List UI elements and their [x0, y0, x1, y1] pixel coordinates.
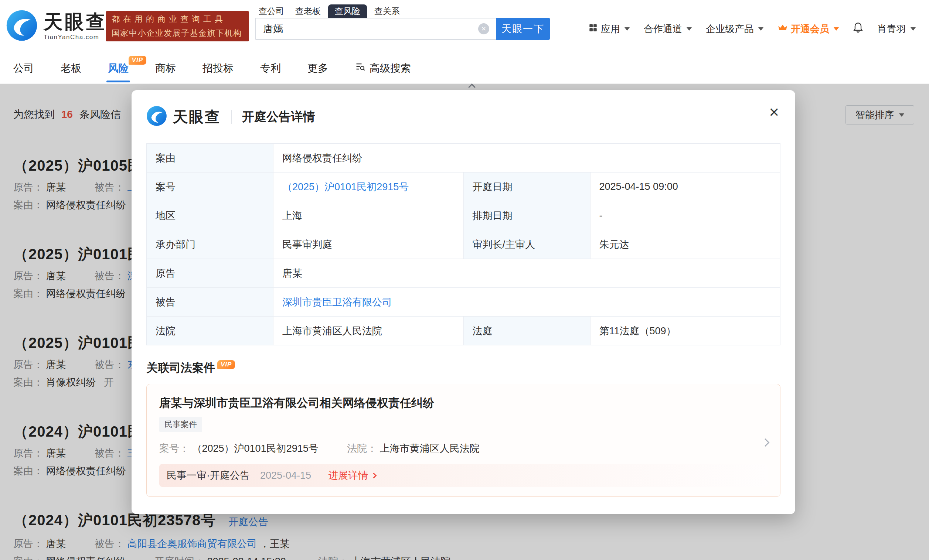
court-value: 上海市黄浦区人民法院: [380, 443, 480, 454]
menu-user[interactable]: 肖青羽: [877, 23, 916, 35]
advanced-search-label: 高级搜索: [369, 61, 411, 76]
nav-label: 专利: [260, 63, 281, 74]
menu-apps[interactable]: 应用: [588, 23, 630, 35]
menu-enterprise[interactable]: 企业级产品: [706, 23, 763, 35]
progress-date: 2025-04-15: [260, 470, 311, 481]
field-label: 案由: [147, 144, 273, 173]
field-label: 地区: [147, 201, 273, 230]
nav-label: 老板: [61, 63, 81, 74]
case-no-label: 案号：: [159, 443, 189, 454]
chevron-down-icon: [911, 28, 916, 31]
nav-boss[interactable]: 老板: [61, 61, 81, 76]
related-cases-heading-label: 关联司法案件: [146, 361, 215, 374]
crown-icon: [777, 23, 788, 35]
table-row: 地区 上海 排期日期 -: [147, 201, 780, 230]
field-label: 法院: [147, 317, 273, 345]
related-cases-heading: 关联司法案件VIP: [146, 360, 780, 376]
tab-search-company[interactable]: 查公司: [255, 5, 288, 18]
related-case-title: 唐某与深圳市贵臣卫浴有限公司相关网络侵权责任纠纷: [159, 395, 768, 411]
search-tabs: 查公司 查老板 查风险 查关系: [255, 5, 403, 18]
table-row: 案由 网络侵权责任纠纷: [147, 144, 780, 173]
nav-patent[interactable]: 专利: [260, 61, 281, 76]
nav-company[interactable]: 公司: [13, 61, 34, 76]
tianyancha-logo-icon: [6, 9, 38, 43]
filter-search-icon: [355, 61, 366, 76]
nav-label: 更多: [307, 63, 328, 74]
case-no-value: （2025）沪0101民初2915号: [192, 443, 319, 454]
field-value: （2025）沪0101民初2915号: [273, 173, 464, 201]
field-value: 唐某: [273, 259, 780, 288]
nav-bidding[interactable]: 招投标: [202, 61, 233, 76]
modal-header: 天眼查 开庭公告详情 ×: [146, 90, 780, 143]
page: 天眼查 TianYanCha.com 都在用的商业查询工具 国家中小企业发展子基…: [0, 0, 929, 560]
chevron-down-icon: [624, 28, 630, 31]
defendant-company-link[interactable]: 深圳市贵臣卫浴有限公司: [282, 297, 392, 308]
brand-logo[interactable]: 天眼查 TianYanCha.com: [6, 9, 107, 43]
field-value: 上海: [273, 201, 464, 230]
table-row: 承办部门 民事审判庭 审判长/主审人 朱元达: [147, 230, 780, 259]
main-nav: 公司 老板 风险 VIP 商标 招投标 专利 更多 高级搜索: [0, 53, 929, 84]
nav-risk[interactable]: 风险 VIP: [108, 61, 129, 76]
advanced-search-button[interactable]: 高级搜索: [355, 61, 411, 76]
promo-line1: 都在用的商业查询工具: [112, 14, 243, 25]
field-value: 民事审判庭: [273, 230, 464, 259]
nav-trademark[interactable]: 商标: [155, 61, 176, 76]
menu-enterprise-label: 企业级产品: [706, 23, 754, 35]
brand-domain: TianYanCha.com: [44, 34, 107, 41]
nav-label: 招投标: [202, 63, 233, 74]
divider: [231, 110, 232, 124]
chevron-down-icon: [834, 28, 839, 31]
nav-label: 公司: [13, 63, 34, 74]
menu-partner[interactable]: 合作通道: [644, 23, 692, 35]
chevron-down-icon: [758, 28, 763, 31]
field-value: 网络侵权责任纠纷: [273, 144, 780, 173]
clear-icon[interactable]: ×: [478, 23, 489, 34]
related-case-meta: 案号： （2025）沪0101民初2915号 法院： 上海市黄浦区人民法院: [159, 442, 768, 455]
nav-more[interactable]: 更多: [307, 61, 328, 76]
notification-bell[interactable]: [853, 22, 863, 36]
field-label: 原告: [147, 259, 273, 288]
promo-banner: 都在用的商业查询工具 国家中小企业发展子基金旗下机构: [106, 11, 249, 41]
field-value: 深圳市贵臣卫浴有限公司: [273, 288, 780, 317]
court-label: 法院：: [347, 443, 377, 454]
promo-line2: 国家中小企业发展子基金旗下机构: [112, 28, 243, 39]
tab-search-relation[interactable]: 查关系: [371, 5, 403, 18]
search-button[interactable]: 天眼一下: [496, 18, 550, 40]
field-label: 法庭: [463, 317, 590, 345]
bell-icon: [853, 22, 863, 36]
field-label: 开庭日期: [463, 173, 590, 201]
field-value: 上海市黄浦区人民法院: [273, 317, 464, 345]
table-row: 原告 唐某: [147, 259, 780, 288]
close-icon[interactable]: ×: [769, 103, 779, 121]
brand-name: 天眼查: [44, 11, 107, 32]
field-label: 审判长/主审人: [463, 230, 590, 259]
modal-title: 开庭公告详情: [242, 109, 315, 125]
field-label: 案号: [147, 173, 273, 201]
field-label: 排期日期: [463, 201, 590, 230]
chevron-right-icon: [371, 473, 377, 478]
field-label: 被告: [147, 288, 273, 317]
table-row: 被告 深圳市贵臣卫浴有限公司: [147, 288, 780, 317]
tab-search-risk[interactable]: 查风险: [328, 5, 367, 18]
tab-search-boss[interactable]: 查老板: [291, 5, 325, 18]
username: 肖青羽: [877, 23, 906, 35]
hearing-detail-modal: 天眼查 开庭公告详情 × 案由 网络侵权责任纠纷 案号 （2025）沪0101民…: [132, 90, 795, 514]
table-row: 案号 （2025）沪0101民初2915号 开庭日期 2025-04-15 09…: [147, 173, 780, 201]
table-row: 法院 上海市黄浦区人民法院 法庭 第11法庭（509）: [147, 317, 780, 345]
related-case-card[interactable]: 唐某与深圳市贵臣卫浴有限公司相关网络侵权责任纠纷 民事案件 案号： （2025）…: [146, 384, 780, 497]
case-number-link[interactable]: （2025）沪0101民初2915号: [282, 181, 409, 193]
field-label: 承办部门: [147, 230, 273, 259]
menu-open-vip[interactable]: 开通会员: [777, 23, 839, 35]
apps-grid-icon: [588, 23, 598, 35]
progress-stage: 民事一审·开庭公告: [167, 469, 250, 482]
nav-label: 商标: [155, 63, 176, 74]
field-value: -: [590, 201, 780, 230]
search-input[interactable]: [255, 18, 496, 40]
field-value: 第11法庭（509）: [590, 317, 780, 345]
top-menu: 应用 合作通道 企业级产品 开通会员: [588, 17, 916, 41]
field-value: 朱元达: [590, 230, 780, 259]
progress-detail-link[interactable]: 进展详情: [328, 469, 376, 482]
nav-label: 风险: [108, 63, 129, 74]
menu-apps-label: 应用: [601, 23, 620, 35]
menu-open-vip-label: 开通会员: [791, 23, 829, 35]
